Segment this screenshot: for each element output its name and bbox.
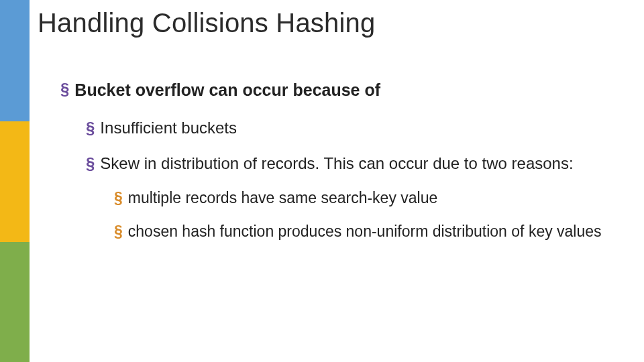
bullet-level2: § Skew in distribution of records. This …	[86, 154, 617, 174]
sidebar-segment-green	[0, 242, 30, 362]
section-sign-icon: §	[86, 118, 95, 138]
sidebar-segment-blue	[0, 0, 30, 121]
section-sign-icon: §	[60, 79, 69, 99]
bullet-level3: § chosen hash function produces non-unif…	[114, 222, 617, 241]
slide-content: § Bucket overflow can occur because of §…	[60, 79, 617, 255]
section-sign-icon: §	[114, 222, 123, 241]
bullet-text: Skew in distribution of records. This ca…	[100, 154, 573, 174]
slide: Handling Collisions Hashing § Bucket ove…	[0, 0, 644, 362]
section-sign-icon: §	[114, 188, 123, 208]
bullet-level3: § multiple records have same search-key …	[114, 188, 617, 208]
sidebar-accent	[0, 0, 30, 362]
bullet-level2: § Insufficient buckets	[86, 118, 617, 139]
section-sign-icon: §	[86, 154, 95, 174]
bullet-level1: § Bucket overflow can occur because of	[60, 79, 617, 101]
bullet-text: Insufficient buckets	[100, 118, 237, 139]
bullet-text: Bucket overflow can occur because of	[74, 79, 380, 101]
slide-title: Handling Collisions Hashing	[38, 8, 375, 38]
bullet-text: multiple records have same search-key va…	[128, 188, 437, 208]
sidebar-segment-yellow	[0, 121, 30, 242]
bullet-text: chosen hash function produces non-unifor…	[128, 222, 602, 241]
